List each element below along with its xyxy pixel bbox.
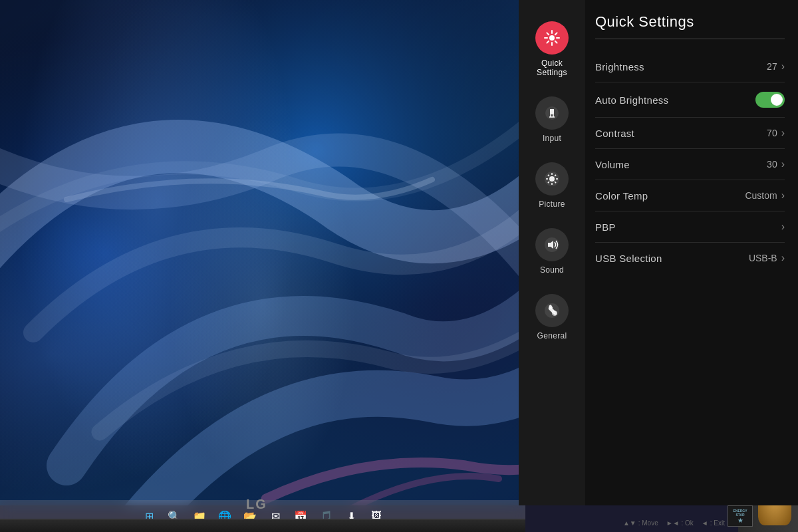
hint-exit-label: : Exit [710, 519, 725, 527]
svg-point-36 [554, 313, 555, 314]
usb-selection-row[interactable]: USB Selection USB-B › [595, 243, 785, 273]
contrast-number: 70 [767, 128, 777, 138]
energy-star-symbol: ★ [737, 517, 743, 524]
hint-move-label: : Move [638, 519, 658, 527]
contrast-label: Contrast [595, 128, 634, 139]
usb-selection-value: USB-B › [749, 252, 785, 264]
monitor-background [0, 0, 525, 505]
hint-ok-label: : Ok [682, 519, 694, 527]
contrast-value: 70 › [767, 127, 785, 139]
sidebar-item-general[interactable]: General [522, 286, 582, 348]
hint-move-key: ▲▼ [623, 519, 636, 527]
quick-settings-icon [535, 21, 569, 55]
title-divider [595, 39, 785, 39]
contrast-row[interactable]: Contrast 70 › [595, 118, 785, 149]
brightness-number: 27 [767, 61, 777, 72]
settings-title: Quick Settings [595, 13, 785, 31]
hint-move: ▲▼ : Move [623, 519, 658, 527]
volume-value: 30 › [767, 158, 785, 170]
pbp-label: PBP [595, 221, 616, 233]
footer-hints: ▲▼ : Move ►◄ : Ok ◄ : Exit [623, 519, 725, 527]
monitor-frame [0, 519, 525, 532]
hint-ok-key: ►◄ [666, 519, 680, 527]
brightness-value: 27 › [767, 61, 785, 72]
volume-number: 30 [767, 159, 777, 170]
sound-icon [535, 228, 569, 261]
pbp-row[interactable]: PBP › [595, 211, 785, 243]
color-temp-chevron: › [781, 190, 785, 201]
sidebar-item-sound[interactable]: Sound [522, 220, 582, 283]
brightness-label: Brightness [595, 61, 644, 72]
color-temp-text: Custom [745, 190, 777, 201]
general-label: General [537, 331, 567, 340]
usb-selection-text: USB-B [749, 253, 777, 263]
osd-panel: QuickSettings Input [519, 0, 798, 505]
pbp-value: › [781, 221, 785, 233]
auto-brightness-toggle[interactable] [755, 92, 785, 108]
hint-exit-key: ◄ [702, 519, 708, 527]
svg-point-22 [549, 176, 555, 182]
volume-row[interactable]: Volume 30 › [595, 149, 785, 180]
energy-star-text: ENERGYSTAR [733, 509, 747, 517]
input-icon [535, 96, 569, 130]
swirl-overlay [0, 0, 525, 505]
hint-ok: ►◄ : Ok [666, 519, 694, 527]
sound-label: Sound [540, 265, 564, 275]
volume-label: Volume [595, 159, 630, 170]
auto-brightness-value [755, 92, 785, 108]
sidebar: QuickSettings Input [519, 0, 585, 505]
quick-settings-label: QuickSettings [537, 59, 567, 77]
pbp-chevron: › [781, 221, 785, 233]
contrast-chevron: › [781, 127, 785, 139]
picture-icon [535, 162, 569, 196]
color-temp-row[interactable]: Color Temp Custom › [595, 180, 785, 211]
settings-content: Quick Settings Brightness 27 › Auto Brig… [585, 0, 798, 505]
sidebar-item-input[interactable]: Input [522, 88, 582, 151]
usb-selection-chevron: › [781, 252, 785, 264]
picture-label: Picture [539, 200, 565, 209]
brightness-chevron: › [781, 61, 785, 72]
sidebar-item-quick-settings[interactable]: QuickSettings [522, 13, 582, 85]
auto-brightness-label: Auto Brightness [595, 94, 668, 106]
volume-chevron: › [781, 158, 785, 170]
general-icon [535, 294, 569, 327]
brightness-row[interactable]: Brightness 27 › [595, 51, 785, 82]
svg-point-12 [549, 35, 555, 41]
usb-selection-label: USB Selection [595, 253, 662, 264]
color-temp-value: Custom › [745, 190, 785, 201]
sidebar-item-picture[interactable]: Picture [522, 154, 582, 217]
auto-brightness-row[interactable]: Auto Brightness [595, 82, 785, 118]
hint-exit: ◄ : Exit [702, 519, 725, 527]
energy-star-badge: ENERGYSTAR ★ [728, 505, 753, 527]
input-label: Input [543, 134, 561, 143]
lg-logo: LG [246, 497, 267, 512]
color-temp-label: Color Temp [595, 190, 648, 201]
